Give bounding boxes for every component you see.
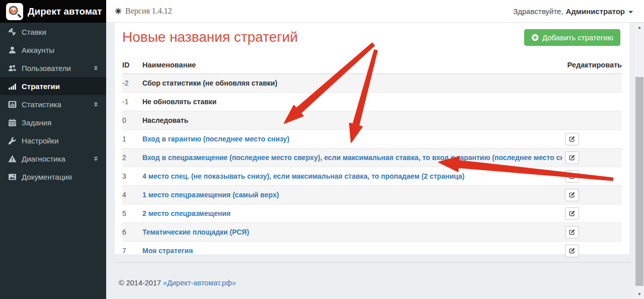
strategy-link[interactable]: Вход в спецразмещение (последнее место с…: [142, 154, 562, 162]
sidebar-item-label: Настройки: [22, 136, 99, 145]
bar-chart-icon: [8, 82, 17, 91]
gear-icon: [115, 8, 122, 15]
scroll-up-button[interactable]: ▲: [635, 23, 644, 32]
app-title: Директ автомат: [28, 6, 102, 17]
edit-icon: [569, 173, 576, 180]
sidebar: ДА Директ автомат СтавкиАккаунтыПользова…: [0, 0, 106, 299]
warning-icon: [8, 155, 17, 163]
sidebar-item-statistics[interactable]: Статистика: [0, 95, 106, 113]
sidebar-item-label: Задания: [22, 118, 99, 127]
version-info: Версия 1.4.12: [115, 7, 172, 16]
strategy-name: Сбор статистики (не обновляя ставки): [142, 79, 277, 87]
logo-badge-text: ДА: [11, 8, 17, 13]
top-bar: Версия 1.4.12 Здравствуйте, Администрато…: [106, 0, 644, 23]
user-menu[interactable]: Здравствуйте, Администратор: [513, 7, 634, 16]
sidebar-menu: СтавкиАккаунтыПользователиСтратегииСтати…: [0, 23, 106, 186]
app-logo[interactable]: ДА Директ автомат: [0, 0, 106, 23]
copyright-text: © 2014-2017: [119, 279, 161, 287]
double-chevron-down-icon: [93, 65, 99, 71]
strategy-link[interactable]: Тематические площадки (РСЯ): [142, 228, 249, 236]
strategy-name: Не обновлять ставки: [142, 98, 216, 106]
table-row: 1Вход в гарантию (последнее место снизу): [122, 130, 622, 148]
strategy-link[interactable]: Вход в гарантию (последнее место снизу): [142, 135, 289, 143]
strategy-link[interactable]: Моя стратегия: [142, 247, 193, 255]
sidebar-item-rates[interactable]: Ставки: [0, 23, 106, 41]
sidebar-item-tasks[interactable]: Задания: [0, 113, 106, 131]
wrench-icon: [8, 136, 17, 145]
sidebar-item-accounts[interactable]: Аккаунты: [0, 41, 106, 59]
row-id: 1: [122, 130, 142, 148]
edit-button[interactable]: [565, 133, 579, 145]
table-row: -1Не обновлять ставки: [122, 93, 622, 111]
content-area: Новые названия стратегий Добавить страте…: [106, 23, 635, 299]
strategies-table: ID Наименование Редактировать -2Сбор ста…: [122, 57, 622, 260]
edit-button[interactable]: [565, 226, 579, 239]
strategy-link[interactable]: 2 место спецразмещения: [142, 209, 230, 217]
sidebar-item-documentation[interactable]: Документация: [0, 168, 106, 186]
sidebar-item-settings[interactable]: Настройки: [0, 131, 106, 150]
row-id: 4: [122, 186, 142, 204]
sidebar-item-label: Пользователи: [22, 64, 93, 72]
add-strategy-label: Добавить стратегию: [542, 33, 613, 42]
table-row: 0Наследовать: [122, 111, 622, 130]
add-strategy-button[interactable]: Добавить стратегию: [524, 29, 620, 46]
column-header-edit: Редактировать: [562, 57, 622, 74]
app-logo-icon: ДА: [6, 3, 23, 20]
strategy-link[interactable]: 1 место спецразмещения (самый верх): [142, 191, 279, 199]
edit-button[interactable]: [565, 189, 579, 201]
edit-button[interactable]: [565, 245, 579, 257]
sidebar-item-label: Диагностика: [22, 155, 93, 163]
sidebar-item-label: Статистика: [22, 100, 93, 109]
footer-copyright: © 2014-2017 «Директ-автомат.рф»: [119, 279, 236, 287]
chevron-down-icon: [627, 9, 634, 15]
column-header-id: ID: [122, 57, 142, 74]
double-chevron-down-icon: [93, 101, 99, 108]
table-row: 2Вход в спецразмещение (последнее место …: [122, 148, 622, 167]
footer-site-link[interactable]: «Директ-автомат.рф»: [163, 279, 236, 287]
edit-icon: [569, 154, 576, 161]
sidebar-item-users[interactable]: Пользователи: [0, 59, 106, 77]
row-id: 2: [122, 148, 142, 167]
gavel-icon: [8, 28, 17, 36]
sidebar-item-label: Стратегии: [22, 82, 99, 91]
image-icon: [8, 173, 17, 181]
column-header-name: Наименование: [142, 57, 562, 74]
edit-button[interactable]: [565, 170, 579, 183]
table-row: 52 место спецразмещения: [122, 204, 622, 223]
row-id: -2: [122, 74, 142, 93]
sidebar-item-strategies[interactable]: Стратегии: [0, 77, 106, 95]
users-icon: [8, 64, 17, 72]
user-icon: [8, 46, 17, 54]
table-row: 41 место спецразмещения (самый верх): [122, 186, 622, 204]
edit-icon: [569, 135, 576, 142]
double-chevron-down-icon: [93, 156, 99, 162]
strategies-card: Новые названия стратегий Добавить страте…: [115, 23, 629, 254]
row-id: 7: [122, 242, 142, 260]
row-id: 6: [122, 223, 142, 242]
scrollbar-thumb[interactable]: [635, 77, 643, 286]
edit-button[interactable]: [565, 152, 579, 164]
strategy-link[interactable]: 4 место спец. (не показывать снизу), есл…: [142, 172, 464, 180]
row-id: 3: [122, 167, 142, 186]
edit-icon: [569, 247, 576, 254]
table-row: 34 место спец. (не показывать снизу), ес…: [122, 167, 622, 186]
scrollbar: ▲ ▼: [635, 23, 644, 299]
username-text: Администратор: [566, 7, 625, 16]
calendar-icon: [8, 118, 17, 127]
row-id: 5: [122, 204, 142, 223]
edit-icon: [569, 191, 576, 198]
row-id: -1: [122, 93, 142, 111]
table-row: 6Тематические площадки (РСЯ): [122, 223, 622, 242]
sidebar-item-label: Ставки: [22, 28, 99, 36]
strategy-name: Наследовать: [142, 116, 188, 124]
chart-box-icon: [8, 100, 17, 109]
sidebar-item-label: Документация: [22, 173, 99, 181]
edit-icon: [569, 210, 576, 217]
greeting-text: Здравствуйте,: [513, 7, 563, 16]
scroll-down-button[interactable]: ▼: [635, 290, 644, 298]
sidebar-item-diagnostics[interactable]: Диагностика: [0, 150, 106, 168]
edit-button[interactable]: [565, 207, 579, 220]
version-text: Версия 1.4.12: [125, 7, 172, 16]
footer-divider: [115, 262, 631, 263]
sidebar-item-label: Аккаунты: [22, 46, 99, 54]
